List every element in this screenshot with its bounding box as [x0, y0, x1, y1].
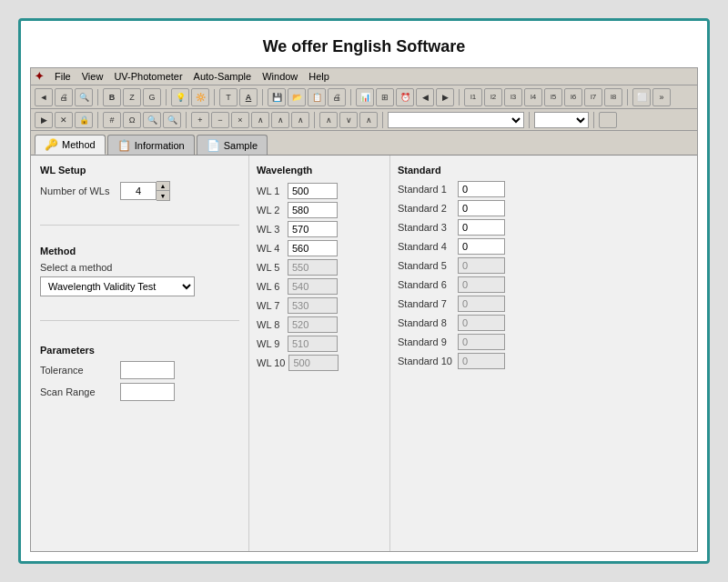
- tb2-tri1-btn[interactable]: ∧: [319, 112, 338, 128]
- wl-row: WL 8: [257, 316, 382, 333]
- wl-row: WL 2: [257, 202, 382, 218]
- tb2-dropdown[interactable]: [388, 112, 524, 128]
- wl-row: WL 9: [257, 336, 382, 352]
- outer-frame: We offer English Software ✦ File View UV…: [18, 18, 710, 564]
- tb2-omega-btn[interactable]: Ω: [123, 112, 141, 128]
- std-label-6: Standard 6: [398, 279, 454, 290]
- tb-copy-btn[interactable]: 📋: [308, 88, 326, 106]
- tb-z-btn[interactable]: Z: [123, 88, 141, 106]
- menu-file[interactable]: File: [55, 71, 71, 82]
- tb-l3-btn[interactable]: l3: [504, 88, 522, 106]
- method-icon: 🔑: [45, 138, 58, 151]
- std-input-7[interactable]: [458, 296, 505, 312]
- tb2-stop-btn[interactable]: ✕: [55, 112, 73, 128]
- wl-input-10[interactable]: [288, 355, 339, 371]
- wl-input-4[interactable]: [288, 240, 338, 256]
- scan-range-input[interactable]: 2: [120, 383, 175, 401]
- tb-l2-btn[interactable]: l2: [484, 88, 502, 106]
- tb-search-btn[interactable]: 🔍: [75, 88, 93, 106]
- tb-l7-btn[interactable]: l7: [584, 88, 602, 106]
- tb2-zoom-btn[interactable]: 🔍: [163, 112, 181, 128]
- tb-back-btn[interactable]: ◄: [35, 88, 53, 106]
- tb2-play-btn[interactable]: ▶: [35, 112, 53, 128]
- tb-folder-btn[interactable]: 📂: [288, 88, 306, 106]
- std-label-5: Standard 5: [398, 260, 454, 271]
- tb-b-btn[interactable]: B: [103, 88, 121, 106]
- method-select[interactable]: Wavelength Validity Test: [40, 276, 195, 296]
- menu-window[interactable]: Window: [262, 71, 298, 82]
- tb-l1-btn[interactable]: l1: [464, 88, 482, 106]
- tb-print-btn[interactable]: 🖨: [55, 88, 73, 106]
- tb-g-btn[interactable]: G: [143, 88, 161, 106]
- toolbar2: ▶ ✕ 🔒 # Ω 🔍 🔍 + − × ∧ ∧ ∧ ∧ ∨ ∧: [31, 109, 697, 131]
- tab-information[interactable]: 📋 Information: [107, 135, 195, 155]
- tb-grid-btn[interactable]: ⊞: [376, 88, 394, 106]
- tb-bulb-btn[interactable]: 💡: [171, 88, 189, 106]
- tb2-hash-btn[interactable]: #: [103, 112, 121, 128]
- tb2-search2-btn[interactable]: 🔍: [143, 112, 161, 128]
- std-input-1[interactable]: [458, 181, 505, 197]
- tb-l8-btn[interactable]: l8: [604, 88, 622, 106]
- tb2-minus-btn[interactable]: −: [211, 112, 229, 128]
- tb-l6-btn[interactable]: l6: [564, 88, 582, 106]
- main-content: WL Setup Number of WLs 4 ▲ ▼: [31, 156, 697, 551]
- tb-chart-btn[interactable]: 📊: [356, 88, 374, 106]
- tb2-tri2-btn[interactable]: ∨: [339, 112, 358, 128]
- std-input-4[interactable]: [458, 238, 505, 255]
- sample-icon: 📄: [207, 139, 220, 152]
- wl-input-5[interactable]: [288, 259, 338, 276]
- tb-lamp-btn[interactable]: 🔆: [191, 88, 209, 106]
- std-input-10[interactable]: [458, 353, 505, 369]
- tolerance-input[interactable]: 0.8: [120, 361, 175, 379]
- wl-input-9[interactable]: [288, 336, 338, 352]
- std-input-9[interactable]: [458, 334, 505, 350]
- wl-input-6[interactable]: [288, 278, 338, 295]
- tb-clock-btn[interactable]: ⏰: [396, 88, 414, 106]
- std-input-3[interactable]: [458, 219, 505, 236]
- number-of-wls-input[interactable]: 4: [120, 182, 157, 200]
- menu-autosample[interactable]: Auto-Sample: [194, 71, 252, 82]
- tb-extra2-btn[interactable]: »: [652, 88, 671, 106]
- tb-a-btn[interactable]: A: [239, 88, 258, 106]
- tb2-dropdown2[interactable]: [534, 112, 589, 128]
- menu-help[interactable]: Help: [308, 71, 329, 82]
- tb2-wave1-btn[interactable]: ∧: [251, 112, 269, 128]
- std-label-2: Standard 2: [398, 203, 454, 214]
- spinner-up-btn[interactable]: ▲: [157, 182, 169, 191]
- tb2-wave3-btn[interactable]: ∧: [291, 112, 309, 128]
- std-input-5[interactable]: [458, 257, 505, 274]
- tb2-x-btn[interactable]: ×: [231, 112, 249, 128]
- tb-arrow-btn[interactable]: ◀: [416, 88, 434, 106]
- wl-input-8[interactable]: [288, 316, 338, 333]
- std-input-8[interactable]: [458, 315, 505, 331]
- tb2-plus-btn[interactable]: +: [191, 112, 209, 128]
- std-input-2[interactable]: [458, 200, 505, 216]
- menu-uvphotometer[interactable]: UV-Photometer: [114, 71, 182, 82]
- wl-input-2[interactable]: [288, 202, 338, 218]
- std-row: Standard 1: [398, 181, 690, 197]
- std-input-6[interactable]: [458, 276, 505, 293]
- wl-input-1[interactable]: [288, 183, 338, 199]
- tb2-lock-btn[interactable]: 🔒: [75, 112, 93, 128]
- tb-sep3: [214, 89, 215, 105]
- tb-l5-btn[interactable]: l5: [544, 88, 562, 106]
- tb-extra1-btn[interactable]: ⬜: [632, 88, 651, 106]
- spinner-down-btn[interactable]: ▼: [157, 191, 169, 200]
- wl-input-3[interactable]: [288, 221, 338, 237]
- tb2-tri3-btn[interactable]: ∧: [359, 112, 378, 128]
- tb-t-btn[interactable]: T: [219, 88, 238, 106]
- wl-label-4: WL 4: [257, 243, 284, 254]
- tab-method[interactable]: 🔑 Method: [35, 135, 106, 155]
- tb-l4-btn[interactable]: l4: [524, 88, 542, 106]
- tb2-color-btn[interactable]: [599, 112, 617, 128]
- menu-view[interactable]: View: [82, 71, 104, 82]
- tb-save-btn[interactable]: 💾: [268, 88, 286, 106]
- wl-input-7[interactable]: [288, 297, 338, 314]
- wl-label-7: WL 7: [257, 300, 284, 311]
- tb-print2-btn[interactable]: 🖨: [328, 88, 346, 106]
- app-logo: ✦: [35, 70, 44, 83]
- tab-sample[interactable]: 📄 Sample: [197, 135, 268, 155]
- tb2-wave2-btn[interactable]: ∧: [271, 112, 289, 128]
- tb-arrow2-btn[interactable]: ▶: [436, 88, 454, 106]
- tb-sep1: [97, 89, 98, 105]
